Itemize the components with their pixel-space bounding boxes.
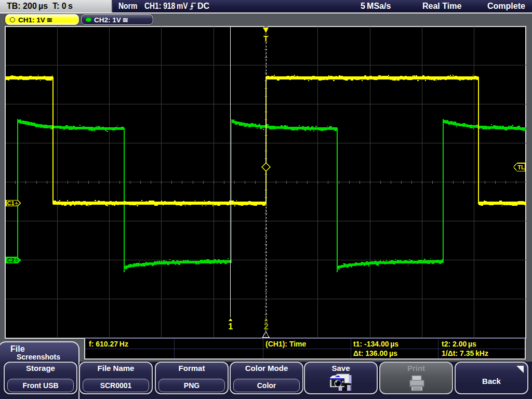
svg-text:TL: TL [517, 164, 525, 170]
svg-text:T: T [263, 34, 268, 43]
svg-text:1: 1 [228, 322, 233, 331]
svg-text:C1: C1 [7, 200, 15, 206]
svg-text:C2: C2 [7, 257, 15, 263]
svg-text:2: 2 [264, 322, 269, 331]
